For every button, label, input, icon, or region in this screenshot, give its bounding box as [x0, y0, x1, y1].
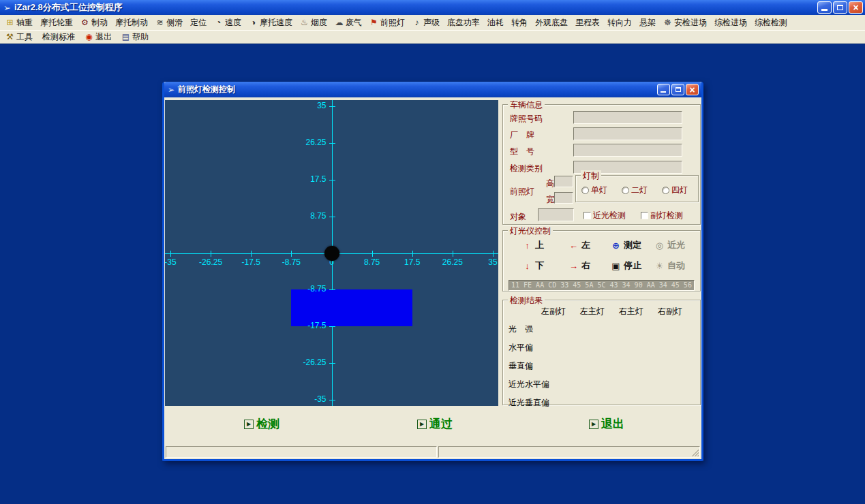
light-control-button-measure[interactable]: ⊕ 测定: [611, 239, 654, 251]
toolbar-item-smoke[interactable]: ♨ 烟度: [300, 17, 327, 29]
maximize-button[interactable]: [833, 1, 847, 14]
y-tick-label: 26.25: [298, 138, 327, 147]
toolbar-item-moto-wheel-weight[interactable]: 摩托轮重: [40, 17, 73, 29]
light-control-button-up[interactable]: ↑ 上: [522, 239, 568, 251]
light-control-title: 灯光仪控制: [508, 225, 553, 237]
results-rows: 光 强 水平偏 垂直偏 近光水平偏: [509, 318, 695, 410]
toolbar-item-help[interactable]: ▤ 帮助: [121, 31, 149, 43]
toolbar-item-brake[interactable]: ⚙ 制动: [80, 17, 108, 29]
toolbar-item-steering-angle[interactable]: 转角: [511, 17, 528, 29]
y-tick: [329, 106, 335, 107]
y-tick-label: -26.25: [298, 358, 327, 367]
result-column-header: 左副灯: [541, 306, 580, 317]
lamp-type-radio-two-lamp[interactable]: 二灯: [622, 185, 648, 196]
toolbar-item-label: 前照灯: [380, 17, 405, 29]
pass-button[interactable]: ▶ 通过: [417, 416, 453, 432]
toolbar-item-label: 油耗: [487, 17, 504, 29]
toolbar-item-icon: ⚒: [5, 32, 14, 42]
x-tick: [493, 251, 494, 257]
light-control-label: 右: [581, 259, 590, 272]
toolbar-item-label: 检测标准: [42, 31, 75, 43]
brand-input[interactable]: [573, 127, 682, 140]
light-control-icon: ▣: [611, 261, 621, 271]
toolbar-item-suspension[interactable]: 悬架: [639, 17, 656, 29]
x-tick-label: -35: [165, 257, 183, 267]
light-control-button-stop[interactable]: ▣ 停止: [611, 259, 654, 272]
toolbar-row2: ⚒ 工具 检测标准 ◉ 退出 ▤ 帮助: [0, 30, 865, 44]
pass-button-icon: ▶: [417, 420, 427, 429]
checkbox-aux-lamp-test[interactable]: 副灯检测: [641, 210, 683, 221]
resize-grip[interactable]: [691, 448, 699, 456]
dialog-maximize-button[interactable]: [671, 84, 684, 95]
pass-button-label: 通过: [429, 416, 453, 432]
y-tick: [329, 363, 335, 364]
toolbar-item-fuel-consumption[interactable]: 油耗: [487, 17, 504, 29]
toolbar-item-sound-level[interactable]: ♪ 声级: [412, 17, 440, 29]
dialog-minimize-button[interactable]: [657, 84, 670, 95]
result-row-label: 水平偏: [509, 343, 533, 352]
plate-number-input[interactable]: [573, 111, 682, 124]
toolbar-item-speed[interactable]: ◔ 速度: [214, 17, 241, 29]
checkbox-low-beam-test[interactable]: 近光检测: [583, 210, 626, 221]
lamp-type-radio-single-lamp[interactable]: 单灯: [581, 185, 607, 196]
toolbar-item-safety-entry[interactable]: ☸ 安检进场: [663, 17, 707, 29]
toolbar-item-label: 退出: [95, 31, 112, 43]
light-control-button-low-beam: ◎ 近光: [654, 239, 697, 251]
toolbar-item-alignment[interactable]: 定位: [190, 17, 207, 29]
radio-icon: [581, 187, 589, 194]
model-label: 型 号: [510, 146, 534, 157]
toolbar-item-steering-force[interactable]: 转向力: [607, 17, 632, 29]
toolbar-item-axle-weight[interactable]: ⊞ 轴重: [5, 17, 33, 29]
results-group: 检测结果 左副灯 左主灯 右主灯 右副灯 光: [502, 300, 701, 405]
model-input[interactable]: [573, 144, 682, 157]
x-tick-label: 8.75: [360, 257, 384, 267]
toolbar-item-tools[interactable]: ⚒ 工具: [5, 31, 33, 43]
exit-button-icon: ▶: [589, 420, 598, 429]
object-input[interactable]: [538, 208, 574, 221]
x-tick-label: -8.75: [279, 257, 303, 267]
toolbar-item-moto-speed[interactable]: ◑ 摩托速度: [249, 17, 292, 29]
toolbar-item-moto-brake[interactable]: 摩托制动: [115, 17, 148, 29]
dialog-statusbar: [166, 446, 700, 458]
y-tick-label: 8.75: [298, 211, 327, 221]
toolbar-item-label: 轴重: [16, 17, 33, 29]
toolbar-item-icon: ☁: [335, 18, 344, 27]
toolbar-item-exhaust[interactable]: ☁ 废气: [335, 17, 362, 29]
light-control-button-left[interactable]: ← 左: [568, 239, 611, 251]
detect-button[interactable]: ▶ 检测: [244, 416, 279, 432]
toolbar-item-test-standard[interactable]: 检测标准: [42, 31, 75, 43]
light-control-button-down[interactable]: ↓ 下: [522, 259, 568, 272]
toolbar-item-comprehensive-entry[interactable]: 综检进场: [714, 17, 747, 29]
width-input[interactable]: [554, 192, 573, 204]
detect-button-label: 检测: [256, 416, 279, 432]
exit-button[interactable]: ▶ 退出: [589, 416, 624, 432]
light-control-button-right[interactable]: → 右: [568, 259, 611, 272]
light-control-label: 测定: [624, 239, 641, 251]
toolbar-item-side-slip[interactable]: ≋ 侧滑: [155, 17, 183, 29]
minimize-button[interactable]: [817, 1, 832, 14]
toolbar-item-label: 声级: [423, 17, 440, 29]
dialog-close-button[interactable]: [686, 84, 699, 95]
toolbar-item-headlight[interactable]: ⚑ 前照灯: [369, 17, 405, 29]
main-titlebar[interactable]: ➢ iZar2.8分布式工位控制程序: [0, 0, 865, 15]
toolbar-item-comprehensive-test[interactable]: 综检检测: [755, 17, 787, 29]
toolbar-item-label: 帮助: [132, 31, 149, 43]
x-tick-label: -26.25: [198, 257, 223, 267]
close-button[interactable]: [849, 1, 863, 14]
lamp-type-radio-four-lamp[interactable]: 四灯: [662, 185, 688, 196]
dialog-titlebar[interactable]: ➢ 前照灯检测控制: [164, 82, 701, 97]
toolbar-item-appearance-chassis[interactable]: 外观底盘: [535, 17, 568, 29]
toolbar-item-label: 外观底盘: [535, 17, 568, 29]
vehicle-info-title: 车辆信息: [508, 99, 545, 111]
results-title: 检测结果: [508, 295, 545, 306]
x-tick: [211, 251, 211, 257]
height-input[interactable]: [554, 176, 573, 187]
headlight-label: 前照灯: [510, 186, 534, 198]
toolbar-item-odometer[interactable]: 里程表: [575, 17, 600, 29]
toolbar-item-icon: ◔: [214, 18, 223, 27]
toolbar-item-chassis-power[interactable]: 底盘功率: [447, 17, 480, 29]
toolbar-item-icon: ☸: [663, 18, 672, 27]
height-label: 高: [546, 178, 554, 189]
toolbar-item-exit[interactable]: ◉ 退出: [85, 31, 112, 43]
checkbox-label: 副灯检测: [650, 210, 683, 221]
